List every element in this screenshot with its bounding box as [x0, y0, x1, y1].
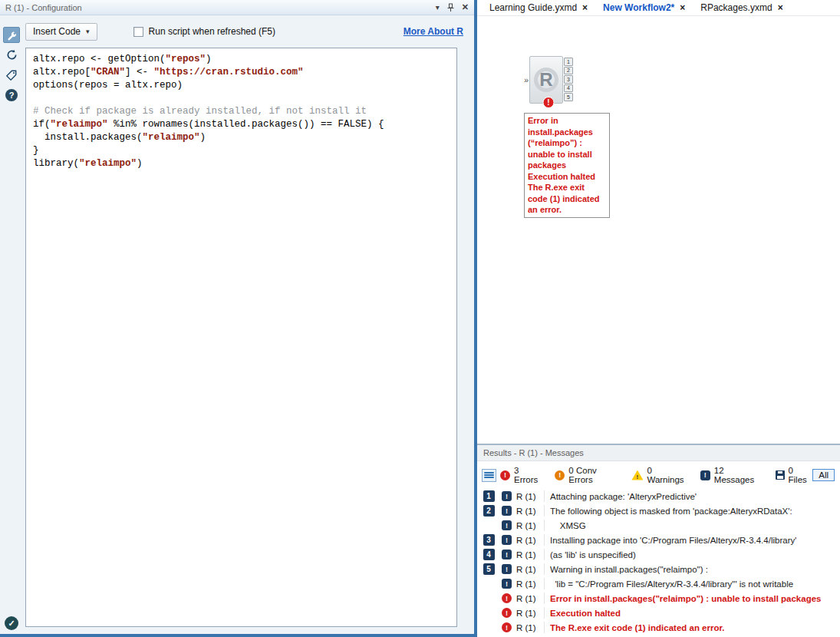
panel-menu-caret-icon[interactable]: ▾	[436, 4, 440, 12]
workflow-tab[interactable]: New Workflow2*×	[595, 0, 693, 15]
tab-label: Learning Guide.yxmd	[489, 2, 577, 13]
results-title: Results - R (1) - Messages	[483, 448, 584, 457]
error-count-icon: !	[500, 470, 510, 480]
warning-count-icon: !	[631, 470, 643, 480]
configuration-toolbar: Insert Code ▾ Run script when refreshed …	[23, 15, 474, 48]
message-list-view-icon[interactable]	[482, 469, 496, 482]
tool-config-icon-strip: ? ✓	[0, 15, 23, 634]
message-source: R (1)	[516, 579, 544, 589]
filter-conv-errors[interactable]: !0 Conv Errors	[555, 466, 620, 484]
message-text: Execution halted	[550, 609, 621, 618]
filter-messages[interactable]: !12 Messages	[700, 466, 764, 484]
message-text: The following object is masked from 'pac…	[550, 507, 792, 516]
filter-files[interactable]: 0 Files	[776, 466, 813, 484]
configuration-body: ? ✓ Insert Code ▾ Run script when refres…	[0, 15, 474, 634]
workflow-canvas[interactable]: » R 12345 ! Error in install.packages (“…	[477, 16, 840, 444]
question-mark-icon: ?	[5, 89, 18, 101]
message-source: R (1)	[516, 536, 544, 545]
tool-output-anchor[interactable]: 2	[564, 67, 573, 75]
filter-warnings[interactable]: !0 Warnings	[631, 466, 688, 484]
message-icon: !	[502, 564, 512, 574]
message-row[interactable]: !R (1) XMSG	[477, 518, 840, 533]
results-panel: Results - R (1) - Messages !3 Errors!0 C…	[477, 444, 840, 637]
workflow-tab[interactable]: RPackages.yxmd×	[693, 0, 790, 15]
tab-close-icon[interactable]: ×	[680, 2, 685, 13]
message-icon: !	[502, 491, 512, 501]
message-source: R (1)	[516, 492, 544, 501]
insert-code-label: Insert Code	[33, 26, 81, 37]
close-icon[interactable]: ✕	[462, 3, 469, 12]
message-row[interactable]: 5!R (1)Warning in install.packages("rela…	[477, 562, 840, 576]
tool-output-anchor[interactable]: 5	[564, 93, 573, 101]
filter-label: 0 Warnings	[647, 466, 688, 484]
filter-label: 3 Errors	[514, 466, 543, 484]
filter-label: 0 Conv Errors	[568, 466, 620, 484]
message-row[interactable]: !R (1) 'lib = "C:/Program Files/Alteryx/…	[477, 576, 840, 591]
r-tool[interactable]: » R 12345 !	[524, 56, 573, 104]
results-header: Results - R (1) - Messages	[477, 445, 840, 461]
run-script-label: Run script when refreshed (F5)	[149, 26, 275, 37]
tool-input-anchor-icon[interactable]: »	[524, 75, 529, 84]
tool-error-badge-icon[interactable]: !	[543, 97, 555, 108]
tool-output-anchor[interactable]: 1	[564, 58, 573, 66]
refresh-icon[interactable]	[3, 47, 20, 63]
message-source: R (1)	[516, 609, 544, 618]
message-number-badge: 3	[483, 534, 495, 546]
results-filters: !3 Errors!0 Conv Errors!0 Warnings!12 Me…	[500, 466, 812, 484]
code-line[interactable]: # Check if package is already installed,…	[33, 105, 450, 118]
workflow-tab[interactable]: Learning Guide.yxmd×	[482, 0, 595, 15]
results-toolbar: !3 Errors!0 Conv Errors!0 Warnings!12 Me…	[477, 461, 840, 489]
filter-label: 12 Messages	[714, 466, 764, 484]
message-row[interactable]: 3!R (1)Installing package into 'C:/Progr…	[477, 533, 840, 547]
tab-close-icon[interactable]: ×	[582, 2, 588, 13]
tab-close-icon[interactable]: ×	[778, 2, 783, 13]
run-script-checkbox[interactable]	[133, 27, 143, 37]
message-icon: !	[502, 520, 512, 530]
error-icon: !	[502, 593, 512, 603]
tool-output-anchor[interactable]: 3	[564, 75, 573, 84]
conv-error-count-icon: !	[555, 470, 565, 480]
code-line[interactable]: options(repos = altx.repo)	[33, 79, 450, 92]
message-source: R (1)	[516, 507, 544, 516]
message-row[interactable]: 1!R (1)Attaching package: 'AlteryxPredic…	[477, 489, 840, 503]
code-line[interactable]: library("relaimpo")	[33, 157, 450, 170]
code-line[interactable]: }	[33, 144, 450, 157]
annotation-tag-icon[interactable]	[3, 67, 20, 83]
error-annotation[interactable]: Error in install.packages (“relaimpo”) :…	[524, 113, 610, 218]
message-icon: !	[502, 550, 512, 559]
r-logo-letter: R	[539, 69, 552, 91]
code-line[interactable]: install.packages("relaimpo")	[33, 131, 450, 144]
message-text: Attaching package: 'AlteryxPredictive'	[550, 492, 697, 501]
filter-all-button[interactable]: All	[812, 469, 835, 481]
code-line[interactable]: altx.repo["CRAN"] <- "https://cran.rstud…	[33, 66, 450, 79]
workspace-panel: Learning Guide.yxmd×New Workflow2*×RPack…	[477, 0, 840, 637]
alteryx-window: R (1) - Configuration ▾ ✕ ?	[0, 0, 840, 637]
files-count-icon	[776, 470, 785, 480]
configuration-panel: R (1) - Configuration ▾ ✕ ?	[0, 0, 474, 637]
message-row[interactable]: !R (1)The R.exe exit code (1) indicated …	[477, 620, 840, 635]
message-row[interactable]: 4!R (1)(as 'lib' is unspecified)	[477, 547, 840, 562]
message-source: R (1)	[516, 565, 544, 574]
configuration-title: R (1) - Configuration	[5, 3, 428, 12]
error-icon: !	[502, 608, 512, 618]
message-list: 1!R (1)Attaching package: 'AlteryxPredic…	[477, 489, 840, 637]
code-line[interactable]: altx.repo <- getOption("repos")	[33, 53, 450, 66]
message-text: Error in install.packages("relaimpo") : …	[550, 594, 821, 603]
message-row[interactable]: !R (1)Error in install.packages("relaimp…	[477, 591, 840, 606]
code-line[interactable]	[33, 92, 450, 105]
pin-icon[interactable]	[447, 3, 454, 12]
configuration-wrench-icon[interactable]	[3, 27, 20, 43]
insert-code-button[interactable]: Insert Code ▾	[25, 23, 97, 41]
caret-down-icon: ▾	[86, 28, 90, 35]
code-line[interactable]: if("relaimpo" %in% rownames(installed.pa…	[33, 118, 450, 131]
run-script-option[interactable]: Run script when refreshed (F5)	[133, 26, 275, 37]
help-icon[interactable]: ?	[3, 87, 20, 103]
filter-errors[interactable]: !3 Errors	[500, 466, 543, 484]
tool-output-anchor[interactable]: 4	[564, 84, 573, 93]
message-source: R (1)	[516, 550, 544, 559]
message-text: The R.exe exit code (1) indicated an err…	[550, 623, 725, 632]
code-editor[interactable]: altx.repo <- getOption("repos")altx.repo…	[25, 48, 457, 627]
more-about-r-link[interactable]: More About R	[404, 26, 463, 37]
message-row[interactable]: 2!R (1)The following object is masked fr…	[477, 503, 840, 518]
message-row[interactable]: !R (1)Execution halted	[477, 606, 840, 620]
